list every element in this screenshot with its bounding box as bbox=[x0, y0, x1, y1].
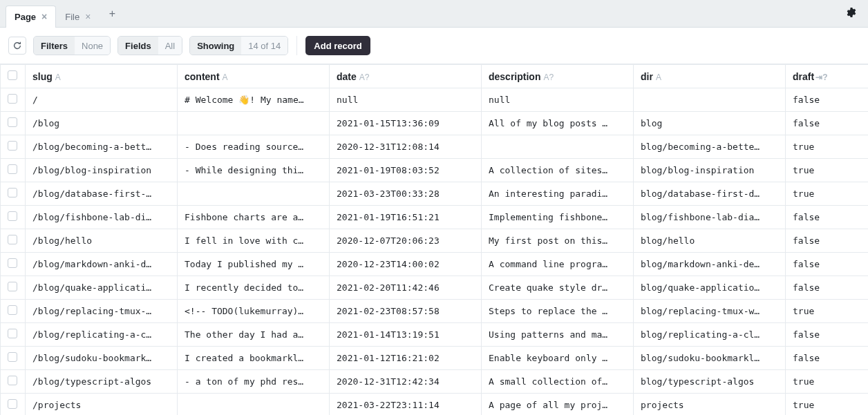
cell-dir[interactable]: blog/markdown-anki-de… bbox=[634, 253, 786, 276]
row-checkbox-cell[interactable] bbox=[1, 182, 26, 206]
table-row[interactable]: /blog/becoming-a-bett…- Does reading sou… bbox=[1, 135, 869, 159]
cell-date[interactable]: 2020-12-31T12:08:14 bbox=[330, 135, 482, 159]
cell-dir[interactable]: blog bbox=[634, 112, 786, 135]
select-all-header[interactable] bbox=[1, 65, 26, 88]
row-checkbox-cell[interactable] bbox=[1, 323, 26, 347]
cell-description[interactable]: Implementing fishbone… bbox=[482, 206, 634, 229]
cell-draft[interactable]: false bbox=[786, 206, 869, 229]
checkbox-icon[interactable] bbox=[8, 141, 17, 151]
showing-pill[interactable]: Showing 14 of 14 bbox=[189, 36, 288, 55]
cell-dir[interactable]: blog/replacing-tmux-w… bbox=[634, 300, 786, 323]
cell-dir[interactable]: projects bbox=[634, 394, 786, 416]
row-checkbox-cell[interactable] bbox=[1, 229, 26, 253]
col-header-dir[interactable]: dirA bbox=[634, 65, 786, 88]
checkbox-icon[interactable] bbox=[8, 399, 17, 409]
cell-slug[interactable]: /blog/replacing-tmux-… bbox=[26, 300, 178, 323]
table-row[interactable]: /# Welcome 👋! My name…nullnullfalse bbox=[1, 88, 869, 112]
cell-content[interactable]: - Does reading source… bbox=[178, 135, 330, 159]
table-row[interactable]: /blog/typescript-algos- a ton of my phd … bbox=[1, 370, 869, 394]
cell-dir[interactable]: blog/blog-inspiration bbox=[634, 159, 786, 182]
cell-content[interactable] bbox=[178, 182, 330, 206]
row-checkbox-cell[interactable] bbox=[1, 88, 26, 112]
table-row[interactable]: /projects2021-03-22T23:11:14A page of al… bbox=[1, 394, 869, 416]
cell-slug[interactable]: /blog/quake-applicati… bbox=[26, 276, 178, 300]
cell-date[interactable]: 2021-02-20T11:42:46 bbox=[330, 276, 482, 300]
checkbox-icon[interactable] bbox=[8, 376, 17, 385]
cell-description[interactable]: A command line progra… bbox=[482, 253, 634, 276]
cell-content[interactable]: # Welcome 👋! My name… bbox=[178, 88, 330, 112]
cell-slug[interactable]: /blog/sudoku-bookmark… bbox=[26, 347, 178, 370]
cell-draft[interactable]: true bbox=[786, 135, 869, 159]
cell-date[interactable]: 2021-01-12T16:21:02 bbox=[330, 347, 482, 370]
cell-description[interactable]: Create quake style dr… bbox=[482, 276, 634, 300]
cell-dir[interactable]: blog/replicating-a-cl… bbox=[634, 323, 786, 347]
cell-draft[interactable]: false bbox=[786, 112, 869, 135]
cell-draft[interactable]: true bbox=[786, 159, 869, 182]
cell-slug[interactable]: /blog/typescript-algos bbox=[26, 370, 178, 394]
cell-draft[interactable]: true bbox=[786, 300, 869, 323]
cell-content[interactable] bbox=[178, 394, 330, 416]
fields-pill[interactable]: Fields All bbox=[117, 36, 182, 55]
cell-date[interactable]: 2021-03-23T00:33:28 bbox=[330, 182, 482, 206]
cell-draft[interactable]: false bbox=[786, 323, 869, 347]
col-header-draft[interactable]: draft⇥? bbox=[786, 65, 869, 88]
cell-date[interactable]: 2020-12-23T14:00:02 bbox=[330, 253, 482, 276]
cell-content[interactable]: - While designing thi… bbox=[178, 159, 330, 182]
table-row[interactable]: /blog/fishbone-lab-di…Fishbone charts ar… bbox=[1, 206, 869, 229]
table-row[interactable]: /blog2021-01-15T13:36:09All of my blog p… bbox=[1, 112, 869, 135]
cell-description[interactable]: null bbox=[482, 88, 634, 112]
cell-draft[interactable]: true bbox=[786, 182, 869, 206]
cell-content[interactable]: I recently decided to… bbox=[178, 276, 330, 300]
cell-dir[interactable]: blog/sudoku-bookmarkl… bbox=[634, 347, 786, 370]
row-checkbox-cell[interactable] bbox=[1, 135, 26, 159]
table-row[interactable]: /blog/helloI fell in love with c…2020-12… bbox=[1, 229, 869, 253]
checkbox-icon[interactable] bbox=[8, 329, 17, 338]
cell-description[interactable]: Steps to replace the … bbox=[482, 300, 634, 323]
col-header-content[interactable]: contentA bbox=[178, 65, 330, 88]
cell-date[interactable]: 2021-01-15T13:36:09 bbox=[330, 112, 482, 135]
cell-description[interactable]: All of my blog posts … bbox=[482, 112, 634, 135]
cell-slug[interactable]: /blog bbox=[26, 112, 178, 135]
cell-description[interactable]: An interesting paradi… bbox=[482, 182, 634, 206]
cell-dir[interactable]: blog/typescript-algos bbox=[634, 370, 786, 394]
checkbox-icon[interactable] bbox=[8, 164, 17, 174]
row-checkbox-cell[interactable] bbox=[1, 370, 26, 394]
table-row[interactable]: /blog/replicating-a-c…The other day I ha… bbox=[1, 323, 869, 347]
close-icon[interactable]: × bbox=[85, 11, 91, 22]
checkbox-icon[interactable] bbox=[8, 282, 17, 291]
checkbox-icon[interactable] bbox=[8, 70, 17, 80]
cell-slug[interactable]: /blog/blog-inspiration bbox=[26, 159, 178, 182]
cell-date[interactable]: 2021-03-22T23:11:14 bbox=[330, 394, 482, 416]
cell-draft[interactable]: false bbox=[786, 229, 869, 253]
cell-content[interactable]: <!-- TODO(lukemurray)… bbox=[178, 300, 330, 323]
cell-description[interactable] bbox=[482, 135, 634, 159]
row-checkbox-cell[interactable] bbox=[1, 112, 26, 135]
add-record-button[interactable]: Add record bbox=[305, 36, 370, 55]
gear-icon[interactable] bbox=[840, 7, 862, 21]
row-checkbox-cell[interactable] bbox=[1, 253, 26, 276]
cell-slug[interactable]: /blog/replicating-a-c… bbox=[26, 323, 178, 347]
cell-slug[interactable]: / bbox=[26, 88, 178, 112]
row-checkbox-cell[interactable] bbox=[1, 159, 26, 182]
cell-date[interactable]: 2020-12-07T20:06:23 bbox=[330, 229, 482, 253]
col-header-description[interactable]: descriptionA? bbox=[482, 65, 634, 88]
cell-slug[interactable]: /blog/fishbone-lab-di… bbox=[26, 206, 178, 229]
cell-content[interactable] bbox=[178, 112, 330, 135]
close-icon[interactable]: × bbox=[41, 11, 47, 22]
tab-file[interactable]: File × bbox=[56, 6, 100, 28]
col-header-slug[interactable]: slugA bbox=[26, 65, 178, 88]
cell-description[interactable]: A collection of sites… bbox=[482, 159, 634, 182]
cell-draft[interactable]: false bbox=[786, 253, 869, 276]
cell-content[interactable]: - a ton of my phd res… bbox=[178, 370, 330, 394]
table-row[interactable]: /blog/sudoku-bookmark…I created a bookma… bbox=[1, 347, 869, 370]
row-checkbox-cell[interactable] bbox=[1, 206, 26, 229]
checkbox-icon[interactable] bbox=[8, 305, 17, 315]
row-checkbox-cell[interactable] bbox=[1, 276, 26, 300]
cell-description[interactable]: A page of all my proj… bbox=[482, 394, 634, 416]
cell-slug[interactable]: /projects bbox=[26, 394, 178, 416]
cell-draft[interactable]: true bbox=[786, 394, 869, 416]
cell-description[interactable]: Using patterns and ma… bbox=[482, 323, 634, 347]
row-checkbox-cell[interactable] bbox=[1, 300, 26, 323]
cell-content[interactable]: The other day I had a… bbox=[178, 323, 330, 347]
cell-date[interactable]: 2020-12-31T12:42:34 bbox=[330, 370, 482, 394]
